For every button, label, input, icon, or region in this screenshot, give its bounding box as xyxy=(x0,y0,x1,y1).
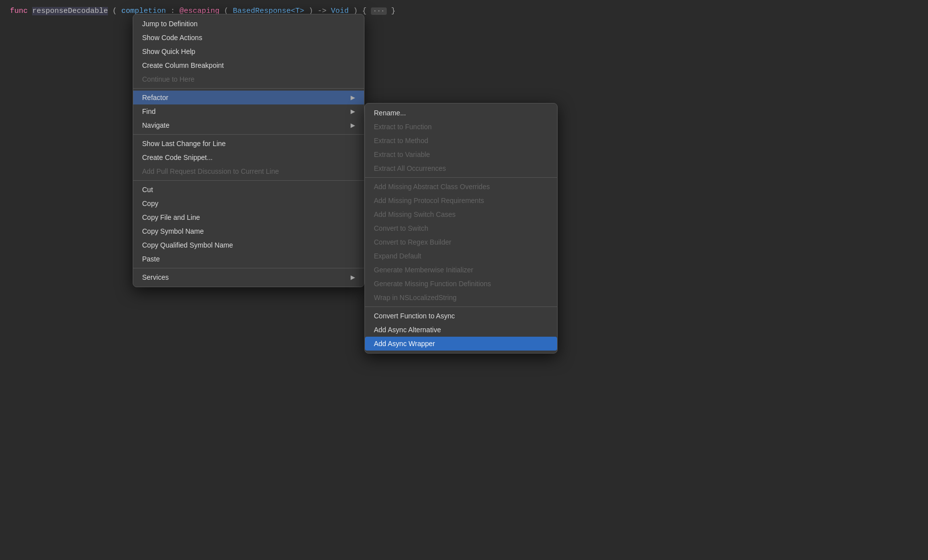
menu-item-copy-symbol-name[interactable]: Copy Symbol Name xyxy=(133,224,364,238)
secondary-item-extract-to-method: Extract to Method xyxy=(365,134,557,148)
secondary-item-add-async-alternative[interactable]: Add Async Alternative xyxy=(365,323,557,337)
secondary-item-convert-to-switch: Convert to Switch xyxy=(365,221,557,235)
submenu-arrow-navigate: ▶ xyxy=(351,122,355,129)
secondary-item-add-missing-abstract: Add Missing Abstract Class Overrides xyxy=(365,180,557,194)
menu-item-create-column-breakpoint[interactable]: Create Column Breakpoint xyxy=(133,58,364,72)
menu-item-continue-to-here: Continue to Here xyxy=(133,72,364,86)
secondary-item-convert-fn-async[interactable]: Convert Function to Async xyxy=(365,309,557,323)
menu-item-services[interactable]: Services ▶ xyxy=(133,270,364,284)
secondary-separator-1 xyxy=(365,177,557,178)
refactor-submenu: Rename... Extract to Function Extract to… xyxy=(364,103,558,354)
function-name: responseDecodable xyxy=(32,7,108,15)
secondary-item-add-missing-switch: Add Missing Switch Cases xyxy=(365,207,557,221)
secondary-item-extract-all-occurrences: Extract All Occurrences xyxy=(365,161,557,175)
separator-2 xyxy=(133,134,364,135)
separator-4 xyxy=(133,268,364,268)
menu-item-find[interactable]: Find ▶ xyxy=(133,104,364,118)
menu-item-show-quick-help[interactable]: Show Quick Help xyxy=(133,45,364,58)
menu-item-copy[interactable]: Copy xyxy=(133,197,364,210)
menu-item-copy-qualified-symbol[interactable]: Copy Qualified Symbol Name xyxy=(133,238,364,252)
secondary-item-add-missing-protocol: Add Missing Protocol Requirements xyxy=(365,194,557,207)
code-ellipsis: ··· xyxy=(371,7,386,15)
secondary-separator-2 xyxy=(365,306,557,307)
menu-item-cut[interactable]: Cut xyxy=(133,183,364,197)
keyword-func: func xyxy=(10,7,28,15)
secondary-item-convert-to-regex: Convert to Regex Builder xyxy=(365,235,557,249)
menu-item-create-code-snippet[interactable]: Create Code Snippet... xyxy=(133,151,364,164)
submenu-arrow-refactor: ▶ xyxy=(351,94,355,101)
submenu-arrow-find: ▶ xyxy=(351,108,355,115)
secondary-item-extract-to-function: Extract to Function xyxy=(365,120,557,134)
separator-1 xyxy=(133,88,364,89)
menu-item-show-last-change[interactable]: Show Last Change for Line xyxy=(133,137,364,151)
secondary-item-expand-default: Expand Default xyxy=(365,249,557,263)
secondary-item-extract-to-variable: Extract to Variable xyxy=(365,148,557,161)
primary-context-menu: Jump to Definition Show Code Actions Sho… xyxy=(133,14,364,287)
menu-item-copy-file-line[interactable]: Copy File and Line xyxy=(133,210,364,224)
secondary-item-generate-missing-fn: Generate Missing Function Definitions xyxy=(365,277,557,291)
menu-item-jump-to-definition[interactable]: Jump to Definition xyxy=(133,17,364,31)
submenu-arrow-services: ▶ xyxy=(351,274,355,281)
menu-item-refactor[interactable]: Refactor ▶ xyxy=(133,91,364,104)
secondary-item-rename[interactable]: Rename... xyxy=(365,106,557,120)
menu-item-add-pull-request: Add Pull Request Discussion to Current L… xyxy=(133,164,364,178)
separator-3 xyxy=(133,180,364,181)
menu-item-paste[interactable]: Paste xyxy=(133,252,364,266)
menu-item-navigate[interactable]: Navigate ▶ xyxy=(133,118,364,132)
secondary-item-add-async-wrapper[interactable]: Add Async Wrapper xyxy=(365,337,557,351)
menu-item-show-code-actions[interactable]: Show Code Actions xyxy=(133,31,364,45)
secondary-item-generate-memberwise: Generate Memberwise Initializer xyxy=(365,263,557,277)
secondary-item-wrap-in-ns: Wrap in NSLocalizedString xyxy=(365,291,557,305)
